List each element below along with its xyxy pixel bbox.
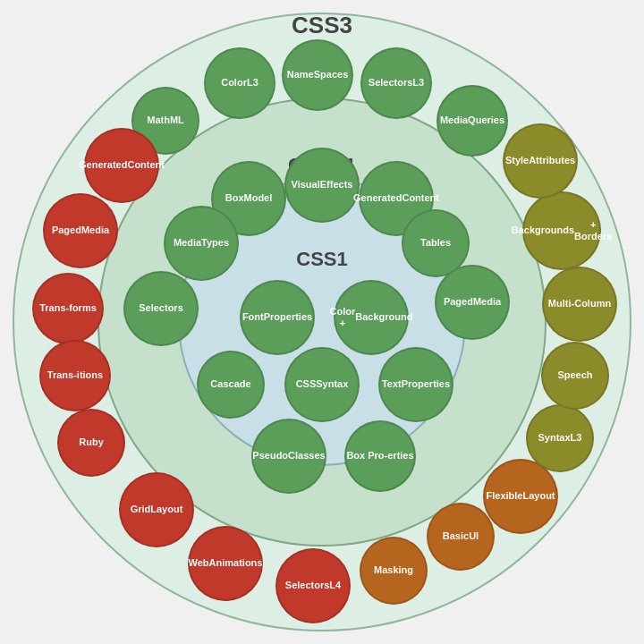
- selectors-l4[interactable]: SelectorsL4: [275, 548, 351, 623]
- paged-media-css2[interactable]: PagedMedia: [435, 265, 510, 340]
- color-l3[interactable]: ColorL3: [204, 47, 275, 119]
- selectors-l3[interactable]: SelectorsL3: [360, 47, 432, 119]
- media-queries[interactable]: MediaQueries: [436, 85, 508, 157]
- css-syntax[interactable]: CSSSyntax: [284, 347, 360, 422]
- color-background[interactable]: Color +Background: [334, 280, 409, 355]
- font-properties[interactable]: FontProperties: [240, 280, 315, 355]
- name-spaces[interactable]: NameSpaces: [282, 39, 353, 111]
- selectors-css2[interactable]: Selectors: [123, 271, 199, 346]
- transitions[interactable]: Trans-itions: [39, 340, 111, 411]
- multi-column[interactable]: Multi-Column: [542, 267, 617, 342]
- pseudo-classes[interactable]: PseudoClasses: [251, 419, 326, 494]
- ring-label-css3: CSS3: [292, 12, 352, 39]
- generated-content-css3[interactable]: GeneratedContent: [84, 128, 159, 203]
- paged-media-css3[interactable]: PagedMedia: [43, 193, 118, 268]
- grid-layout[interactable]: GridLayout: [119, 472, 194, 547]
- style-attributes[interactable]: StyleAttributes: [503, 123, 578, 199]
- ruby[interactable]: Ruby: [57, 409, 125, 477]
- css-diagram: CSS1CSS2.1CSS3FontPropertiesColor +Backg…: [0, 0, 644, 644]
- box-properties[interactable]: Box Pro-erties: [344, 420, 416, 492]
- ring-label-css1: CSS1: [296, 248, 347, 271]
- cascade[interactable]: Cascade: [197, 351, 265, 419]
- visual-effects[interactable]: VisualEffects: [284, 148, 360, 223]
- web-animations[interactable]: WebAnimations: [188, 526, 263, 601]
- flexible-layout[interactable]: FlexibleLayout: [483, 459, 558, 534]
- transforms[interactable]: Trans-forms: [32, 273, 104, 344]
- text-properties[interactable]: TextProperties: [378, 347, 453, 422]
- speech[interactable]: Speech: [541, 342, 609, 410]
- masking[interactable]: Masking: [360, 537, 428, 605]
- basic-ui[interactable]: BasicUI: [427, 503, 495, 571]
- media-types[interactable]: MediaTypes: [164, 206, 239, 281]
- syntax-l3[interactable]: SyntaxL3: [526, 404, 594, 472]
- backgrounds-borders[interactable]: Backgrounds+ Borders: [522, 191, 601, 270]
